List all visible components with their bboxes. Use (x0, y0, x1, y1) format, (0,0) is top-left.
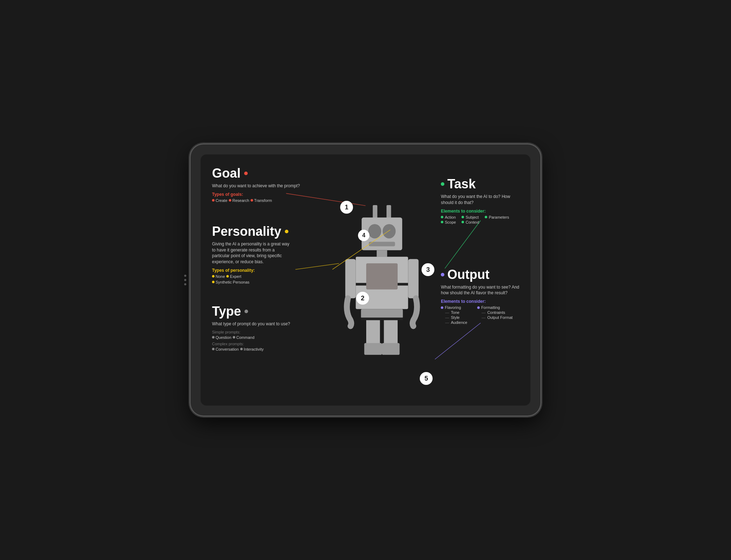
goal-type-transform: Transform (251, 198, 272, 203)
type-command-label: Command (236, 335, 254, 340)
bullet-red-icon (251, 199, 253, 202)
task-description: What do you want the AI to do? How shoul… (441, 194, 522, 206)
badge-1: 1 (340, 201, 353, 214)
personality-dot (285, 230, 288, 233)
svg-rect-15 (346, 259, 356, 298)
left-panel: Goal What do you want to achieve with th… (201, 154, 326, 406)
svg-rect-14 (366, 263, 398, 289)
output-flavoring: Flavoring (441, 305, 467, 310)
type-description: What type of prompt do you want to use? (212, 321, 317, 327)
type-interactivity: Interactivity (240, 347, 264, 351)
output-audience: Audience (441, 320, 467, 325)
task-parameters-label: Parameters (489, 215, 509, 219)
bullet-teal-icon (462, 216, 464, 218)
output-style: Style (441, 315, 467, 320)
personality-types-label: Types of personality: (212, 268, 317, 273)
svg-rect-22 (361, 317, 403, 320)
task-dot (441, 182, 444, 186)
bullet-purple-icon (477, 306, 480, 309)
robot-illustration (343, 202, 421, 366)
task-elements-grid: Action Scope Subject (441, 215, 522, 224)
center-panel: 1 2 3 4 5 (326, 154, 438, 406)
complex-types-list: Conversation Interactivity (212, 347, 317, 351)
type-interactivity-label: Interactivity (244, 347, 264, 351)
output-format-label: Output Format (487, 315, 513, 320)
personality-type-none-label: None (216, 274, 225, 279)
svg-rect-18 (366, 318, 380, 344)
output-dot (441, 273, 444, 276)
output-flavoring-label: Flavoring (445, 305, 461, 310)
bullet-gray-icon (240, 348, 243, 350)
output-tone-label: Tone (451, 310, 459, 315)
goal-title: Goal (212, 166, 317, 181)
type-question: Question (212, 335, 231, 340)
goal-description: What do you want to achieve with the pro… (212, 183, 317, 189)
goal-section: Goal What do you want to achieve with th… (212, 166, 317, 203)
type-title: Type (212, 304, 317, 319)
goal-type-create: Create (212, 198, 227, 203)
bullet-gray-icon (212, 348, 215, 350)
personality-type-expert-label: Expert (230, 274, 241, 279)
task-col-1: Action Scope (441, 215, 456, 224)
output-elements-label: Elements to consider: (441, 299, 522, 304)
task-context: Context (462, 220, 479, 224)
output-description: What formatting do you want to see? And … (441, 284, 522, 296)
tablet-frame: Goal What do you want to achieve with th… (191, 144, 540, 416)
type-title-text: Type (212, 304, 241, 319)
task-context-label: Context (465, 220, 479, 224)
task-col-3: Parameters (485, 215, 509, 224)
output-section: Output What formatting do you want to se… (441, 267, 522, 325)
bullet-purple-icon (441, 306, 443, 309)
goal-type-transform-label: Transform (254, 198, 272, 203)
svg-rect-21 (382, 343, 400, 355)
bullet-teal-icon (462, 221, 464, 223)
output-formatting-label: Formatting (481, 305, 500, 310)
task-elements-label: Elements to consider: (441, 209, 522, 214)
task-col-2: Subject Context (462, 215, 479, 224)
personality-type-synthetic-label: Synthetic Personas (216, 280, 249, 284)
badge-4: 4 (358, 230, 369, 241)
svg-rect-6 (387, 205, 391, 218)
output-tone: Tone (441, 310, 467, 315)
bullet-gray-icon (233, 336, 235, 338)
side-dot (184, 283, 186, 285)
side-dots (184, 275, 186, 285)
bullet-gray-icon (212, 336, 215, 338)
task-action: Action (441, 215, 456, 219)
bullet-yellow-icon (212, 275, 215, 278)
goal-types-label: Types of goals: (212, 192, 317, 197)
svg-rect-16 (408, 259, 419, 298)
svg-point-8 (368, 224, 382, 238)
svg-rect-11 (377, 250, 387, 257)
side-dot (184, 275, 186, 277)
type-conversation: Conversation (212, 347, 239, 351)
badge-5: 5 (420, 372, 433, 385)
bullet-teal-icon (485, 216, 487, 218)
output-col-2: Formatting Contraints Output Format (477, 305, 513, 325)
bullet-yellow-icon (212, 281, 215, 283)
personality-types-list-2: Synthetic Personas (212, 280, 317, 284)
right-panel: Task What do you want the AI to do? How … (438, 154, 530, 406)
personality-title: Personality (212, 224, 317, 239)
type-question-label: Question (216, 335, 231, 340)
goal-type-create-label: Create (216, 198, 227, 203)
output-style-label: Style (451, 315, 459, 320)
type-conversation-label: Conversation (216, 347, 239, 351)
personality-type-none: None (212, 274, 225, 279)
task-parameters: Parameters (485, 215, 509, 219)
side-dot (184, 279, 186, 281)
task-section: Task What do you want the AI to do? How … (441, 177, 522, 224)
bullet-yellow-icon (226, 275, 229, 278)
goal-title-text: Goal (212, 166, 241, 181)
goal-dot (244, 172, 248, 175)
svg-point-9 (383, 224, 396, 238)
type-dot (244, 310, 248, 313)
task-subject: Subject (462, 215, 479, 219)
task-title-text: Task (447, 177, 475, 192)
personality-description: Giving the AI a personality is a great w… (212, 241, 291, 265)
tablet-screen: Goal What do you want to achieve with th… (201, 154, 530, 406)
bullet-red-icon (229, 199, 231, 202)
personality-types-list: None Expert (212, 274, 317, 279)
goal-type-research-label: Research (232, 198, 249, 203)
personality-section: Personality Giving the AI a personality … (212, 224, 317, 284)
